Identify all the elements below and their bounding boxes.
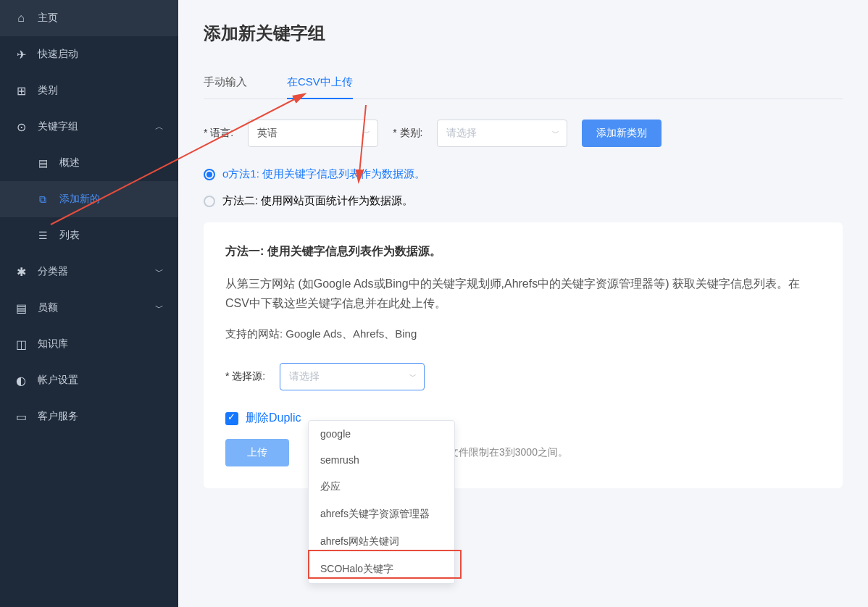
sidebar-label: 关键字组 (38, 120, 78, 133)
sidebar-subitem-overview[interactable]: ▤ 概述 (0, 145, 178, 181)
annotation-highlight-box (308, 550, 462, 579)
sidebar-label: 概述 (59, 156, 80, 169)
tab-csv[interactable]: 在CSV中上传 (287, 67, 353, 99)
sidebar-label: 类别 (38, 84, 58, 97)
sidebar-item-keywords[interactable]: ⊙ 关键字组 ︿ (0, 109, 178, 145)
language-label: 语言: (204, 127, 233, 140)
sidebar-item-quota[interactable]: ▤ 员额 ﹀ (0, 290, 178, 326)
panel-title: 方法一: 使用关键字信息列表作为数据源。 (225, 244, 821, 259)
tabs: 手动输入 在CSV中上传 (204, 67, 843, 99)
sidebar-item-knowledge[interactable]: ◫ 知识库 (0, 326, 178, 362)
chevron-down-icon: ﹀ (155, 302, 164, 314)
radio-label: o方法1: 使用关键字信息列表作为数据源。 (222, 167, 425, 181)
chevron-up-icon: ︿ (155, 121, 164, 133)
dropdown-item-google[interactable]: google (309, 421, 454, 447)
user-icon: ◐ (14, 374, 28, 387)
add-category-button[interactable]: 添加新类别 (582, 120, 662, 147)
chevron-down-icon: ﹀ (155, 266, 164, 278)
sidebar-item-quickstart[interactable]: ✈ 快速启动 (0, 36, 178, 72)
sidebar-item-home[interactable]: ⌂ 主页 (0, 0, 178, 36)
file-hint: 文件限制在3到3000之间。 (448, 446, 568, 459)
sidebar-label: 客户服务 (38, 410, 78, 423)
dropdown-item-bing[interactable]: 必应 (309, 473, 454, 501)
radio-label: 方法二: 使用网站页面统计作为数据源。 (222, 194, 413, 208)
source-row: 选择源: 请选择 ﹀ (225, 363, 821, 390)
panel-supported: 支持的网站: Google Ads、Ahrefs、Bing (225, 327, 821, 341)
add-icon: ⧉ (36, 193, 49, 206)
dropdown-item-ahrefs-explorer[interactable]: ahrefs关键字资源管理器 (309, 501, 454, 528)
source-placeholder: 请选择 (289, 370, 320, 382)
panel-description: 从第三方网站 (如Google Ads或Bing中的关键字规划师,Ahrefs中… (225, 274, 821, 313)
category-select[interactable]: 请选择 ﹀ (437, 120, 567, 147)
sidebar-label: 分类器 (38, 265, 68, 278)
share-icon: ✱ (14, 265, 28, 278)
sidebar-subitem-addnew[interactable]: ⧉ 添加新的 (0, 181, 178, 217)
source-select[interactable]: 请选择 ﹀ (280, 363, 425, 390)
dropdown-item-semrush[interactable]: semrush (309, 447, 454, 473)
sidebar-label: 添加新的 (59, 193, 100, 206)
chevron-down-icon: ﹀ (363, 128, 370, 138)
category-label: 类别: (393, 127, 422, 140)
sidebar-label: 员额 (38, 301, 58, 314)
book-icon: ◫ (14, 338, 28, 351)
chat-icon: ▭ (14, 410, 28, 423)
source-label: 选择源: (225, 370, 265, 383)
sidebar-item-classifier[interactable]: ✱ 分类器 ﹀ (0, 254, 178, 290)
upload-button[interactable]: 上传 (225, 439, 289, 466)
language-value: 英语 (257, 127, 277, 138)
radio-checked-icon (204, 169, 215, 180)
sitemap-icon: ⊞ (14, 84, 28, 97)
chevron-down-icon: ﹀ (409, 372, 417, 382)
sidebar-label: 快速启动 (38, 48, 78, 61)
sidebar-label: 知识库 (38, 338, 68, 351)
method-panel: 方法一: 使用关键字信息列表作为数据源。 从第三方网站 (如Google Ads… (204, 222, 843, 488)
sidebar-label: 主页 (38, 12, 58, 25)
form-row-settings: 语言: 英语 ﹀ 类别: 请选择 ﹀ 添加新类别 (204, 120, 843, 147)
radio-method1[interactable]: o方法1: 使用关键字信息列表作为数据源。 (204, 167, 843, 181)
sidebar-item-support[interactable]: ▭ 客户服务 (0, 398, 178, 435)
language-select[interactable]: 英语 ﹀ (248, 120, 378, 147)
sidebar-item-category[interactable]: ⊞ 类别 (0, 72, 178, 109)
list-icon: ☰ (36, 229, 49, 242)
tab-manual[interactable]: 手动输入 (204, 67, 247, 99)
main-content: 添加新关键字组 手动输入 在CSV中上传 语言: 英语 ﹀ 类别: 请选择 ﹀ … (178, 0, 868, 607)
radio-unchecked-icon (204, 196, 215, 207)
sidebar-item-account[interactable]: ◐ 帐户设置 (0, 362, 178, 398)
sidebar-label: 帐户设置 (38, 374, 78, 387)
category-placeholder: 请选择 (446, 127, 477, 138)
overview-icon: ▤ (36, 156, 49, 169)
page-title: 添加新关键字组 (204, 22, 843, 45)
sidebar-label: 列表 (59, 229, 80, 242)
file-icon: ▤ (14, 301, 28, 314)
plane-icon: ✈ (14, 48, 28, 61)
checkbox-checked-icon (225, 412, 238, 425)
radio-method2[interactable]: 方法二: 使用网站页面统计作为数据源。 (204, 194, 843, 208)
checkbox-label: 删除Duplic (246, 411, 301, 426)
home-icon: ⌂ (14, 12, 28, 25)
sidebar-subitem-list[interactable]: ☰ 列表 (0, 217, 178, 254)
sidebar: ⌂ 主页 ✈ 快速启动 ⊞ 类别 ⊙ 关键字组 ︿ ▤ 概述 ⧉ 添加新的 ☰ … (0, 0, 178, 607)
chevron-down-icon: ﹀ (552, 128, 559, 138)
search-icon: ⊙ (14, 120, 28, 133)
